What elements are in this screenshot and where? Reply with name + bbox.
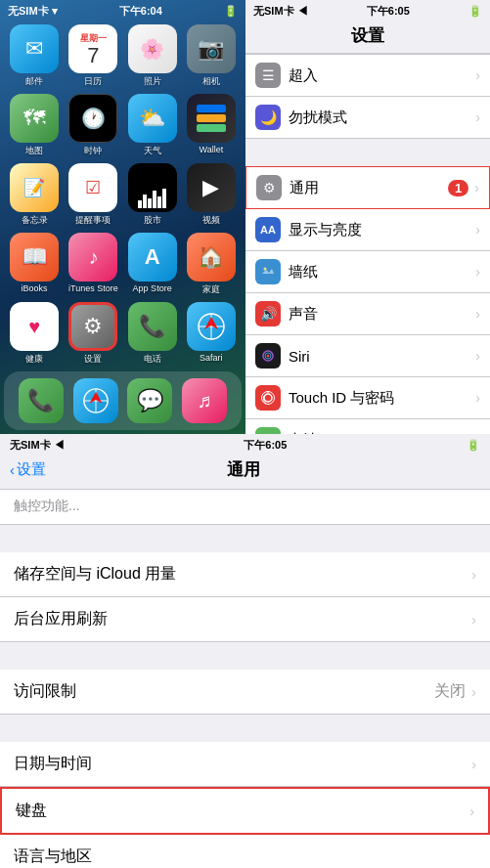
donotdisturb-icon: 🌙 bbox=[255, 105, 281, 130]
safari-icon bbox=[187, 302, 236, 351]
settings-row-general[interactable]: ⚙ 通用 1 › bbox=[245, 166, 490, 209]
notes-icon: 📝 bbox=[10, 163, 59, 212]
app-mail[interactable]: ✉ 邮件 bbox=[8, 24, 61, 88]
camera-icon: 📷 bbox=[187, 24, 236, 73]
home-status-left: 无SIM卡 ▾ bbox=[8, 4, 58, 19]
general-status-time: 下午6:05 bbox=[244, 438, 287, 453]
app-phone[interactable]: 📞 电话 bbox=[126, 302, 179, 366]
stocks-icon bbox=[128, 163, 177, 212]
general-carrier: 无SIM卡 ◀ bbox=[10, 438, 65, 453]
home-time: 下午6:04 bbox=[119, 4, 162, 19]
settings-row-touchid[interactable]: Touch ID 与密码 › bbox=[245, 377, 490, 419]
app-notes[interactable]: 📝 备忘录 bbox=[8, 163, 61, 227]
dock-music[interactable]: ♬ bbox=[182, 378, 227, 423]
settings-label: 设置 bbox=[84, 353, 102, 366]
calendar-icon: 星期一 7 bbox=[68, 24, 117, 73]
app-photos[interactable]: 🌸 照片 bbox=[126, 24, 179, 88]
general-row-background[interactable]: 后台应用刷新 › bbox=[0, 597, 490, 642]
settings-row-donotdisturb[interactable]: 🌙 勿扰模式 › bbox=[245, 97, 490, 139]
settings-icon: ⚙ bbox=[68, 302, 117, 351]
general-label: 通用 bbox=[290, 179, 448, 197]
safari-label: Safari bbox=[200, 353, 223, 363]
app-reminders[interactable]: ☑ 提醒事项 bbox=[67, 163, 119, 227]
app-weather[interactable]: ⛅ 天气 bbox=[126, 94, 179, 157]
app-settings[interactable]: ⚙ 设置 bbox=[67, 302, 119, 366]
home-app-label: 家庭 bbox=[202, 283, 220, 296]
svg-point-15 bbox=[264, 394, 272, 402]
general-divider-0 bbox=[0, 525, 490, 552]
display-icon: AA bbox=[255, 217, 281, 242]
notes-label: 备忘录 bbox=[22, 214, 48, 227]
photos-label: 照片 bbox=[144, 75, 161, 88]
background-chevron: › bbox=[471, 612, 476, 628]
siri-icon bbox=[255, 343, 281, 369]
general-status-bar: 无SIM卡 ◀ 下午6:05 🔋 bbox=[0, 434, 490, 455]
settings-row-display[interactable]: AA 显示与亮度 › bbox=[245, 209, 490, 251]
dock-phone[interactable]: 📞 bbox=[19, 378, 64, 423]
general-list: 触控功能... 储存空间与 iCloud 用量 › 后台应用刷新 › 访问限制 … bbox=[0, 490, 490, 868]
general-title: 通用 bbox=[46, 458, 441, 481]
wallet-label: Wallet bbox=[200, 145, 224, 154]
display-chevron: › bbox=[475, 222, 480, 238]
truncated-text: 触控功能... bbox=[14, 498, 80, 513]
general-nav-bar: ‹ 设置 通用 bbox=[0, 455, 490, 490]
app-stocks[interactable]: 股市 bbox=[126, 163, 179, 227]
general-truncated-row: 触控功能... bbox=[0, 490, 490, 525]
donotdisturb-chevron: › bbox=[475, 109, 480, 125]
general-icon: ⚙ bbox=[256, 175, 282, 200]
wallpaper-chevron: › bbox=[475, 264, 480, 280]
battery-label: 电池 bbox=[289, 431, 475, 435]
settings-row-battery[interactable]: 电池 › bbox=[245, 419, 490, 434]
app-home[interactable]: 🏠 家庭 bbox=[185, 233, 238, 296]
display-label: 显示与亮度 bbox=[289, 221, 475, 239]
home-status-bar: 无SIM卡 ▾ 下午6:04 🔋 bbox=[0, 0, 245, 21]
maps-icon: 🗺 bbox=[10, 94, 59, 143]
app-health[interactable]: ♥ 健康 bbox=[8, 302, 61, 366]
settings-battery: 🔋 bbox=[468, 5, 482, 18]
calendar-label: 日历 bbox=[84, 75, 102, 88]
settings-row-wallpaper[interactable]: 墙纸 › bbox=[245, 251, 490, 293]
general-back-button[interactable]: ‹ 设置 bbox=[10, 460, 46, 479]
dock-safari-icon bbox=[73, 378, 118, 423]
dock-messages-icon: 💬 bbox=[127, 378, 172, 423]
app-appstore[interactable]: A App Store bbox=[126, 233, 179, 296]
health-icon: ♥ bbox=[10, 302, 59, 351]
datetime-label: 日期与时间 bbox=[14, 754, 471, 774]
app-itunes[interactable]: ♪ iTunes Store bbox=[67, 233, 119, 296]
app-calendar[interactable]: 星期一 7 日历 bbox=[67, 24, 119, 88]
general-row-language[interactable]: 语言与地区 bbox=[0, 835, 490, 868]
app-camera[interactable]: 📷 相机 bbox=[185, 24, 238, 88]
dock-music-icon: ♬ bbox=[182, 378, 227, 423]
weather-icon: ⛅ bbox=[128, 94, 177, 143]
settings-row-controlcenter[interactable]: ☰ 超入 › bbox=[245, 54, 490, 97]
photos-icon: 🌸 bbox=[128, 24, 177, 73]
settings-row-sounds[interactable]: 🔊 声音 › bbox=[245, 293, 490, 335]
dock-messages[interactable]: 💬 bbox=[127, 378, 172, 423]
settings-carrier: 无SIM卡 ◀ bbox=[253, 4, 308, 19]
keyboard-label: 键盘 bbox=[16, 801, 469, 821]
general-row-accessibility[interactable]: 访问限制 关闭 › bbox=[0, 670, 490, 715]
app-videos[interactable]: ▶ 视频 bbox=[185, 163, 238, 227]
clock-label: 时钟 bbox=[84, 145, 102, 157]
general-divider-2 bbox=[0, 715, 490, 742]
app-safari[interactable]: Safari bbox=[185, 302, 238, 366]
general-chevron: › bbox=[474, 180, 479, 195]
app-ibooks[interactable]: 📖 iBooks bbox=[8, 233, 61, 296]
general-row-storage[interactable]: 储存空间与 iCloud 用量 › bbox=[0, 552, 490, 597]
home-screen: 无SIM卡 ▾ 下午6:04 🔋 ✉ 邮件 星期一 7 日历 🌸 照片 bbox=[0, 0, 245, 434]
dock-phone-icon: 📞 bbox=[19, 378, 64, 423]
app-wallet[interactable]: Wallet bbox=[185, 94, 238, 157]
storage-label: 储存空间与 iCloud 用量 bbox=[14, 564, 471, 585]
siri-label: Siri bbox=[289, 348, 475, 365]
settings-row-siri[interactable]: Siri › bbox=[245, 335, 490, 377]
app-maps[interactable]: 🗺 地图 bbox=[8, 94, 61, 157]
reminders-icon: ☑ bbox=[68, 163, 117, 212]
settings-status-bar: 无SIM卡 ◀ 下午6:05 🔋 bbox=[245, 0, 490, 21]
general-row-keyboard[interactable]: 键盘 › bbox=[0, 787, 490, 835]
general-screen: 无SIM卡 ◀ 下午6:05 🔋 ‹ 设置 通用 触控功能... 储存空间与 i… bbox=[0, 434, 490, 868]
sounds-chevron: › bbox=[475, 306, 480, 322]
app-clock[interactable]: 🕐 时钟 bbox=[67, 94, 119, 157]
general-row-datetime[interactable]: 日期与时间 › bbox=[0, 742, 490, 787]
dock-safari[interactable] bbox=[73, 378, 118, 423]
donotdisturb-label: 勿扰模式 bbox=[289, 108, 475, 127]
